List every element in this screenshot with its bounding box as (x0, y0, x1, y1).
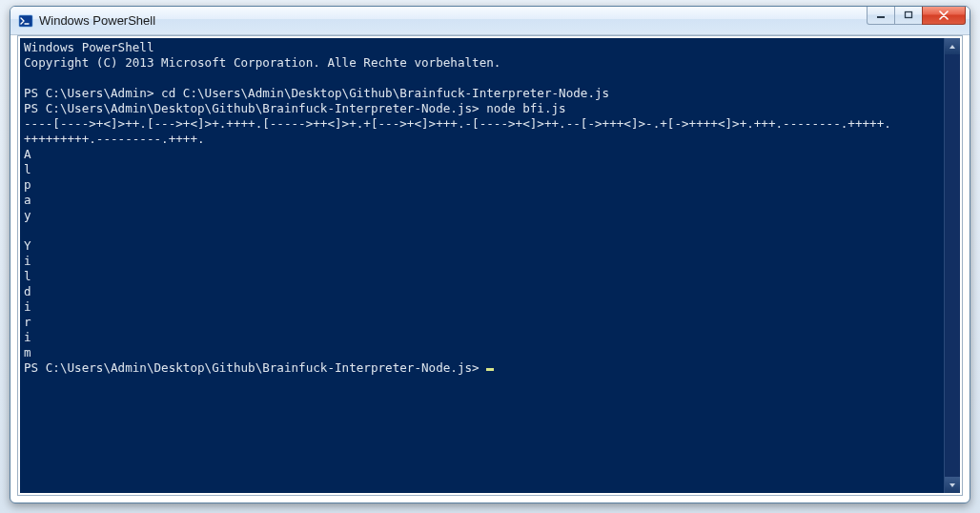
svg-rect-0 (19, 15, 32, 27)
console-line: Copyright (C) 2013 Microsoft Corporation… (24, 55, 500, 70)
minimize-button[interactable] (867, 6, 895, 25)
console-output-char: r (24, 315, 31, 329)
powershell-window: Windows PowerShell Windows PowerShell Co… (10, 6, 970, 503)
console-cursor (486, 368, 494, 371)
scroll-up-button[interactable] (945, 38, 960, 54)
console-output-char: p (24, 177, 31, 192)
console-prompt-line: PS C:\Users\Admin\Desktop\Github\Brainfu… (24, 101, 566, 115)
console-output-char: l (24, 269, 31, 283)
console-output-char: a (24, 193, 31, 207)
console-output-char: i (24, 299, 31, 314)
console-output-char: i (24, 330, 31, 344)
console-prompt-line: PS C:\Users\Admin> cd C:\Users\Admin\Des… (24, 86, 609, 100)
console-output-char: l (24, 162, 31, 176)
client-area: Windows PowerShell Copyright (C) 2013 Mi… (17, 35, 963, 496)
console-output-char: d (24, 284, 31, 298)
powershell-icon (18, 13, 33, 29)
console-code-line: +++++++++.---------.++++. (24, 132, 205, 146)
console-scrollbar[interactable] (944, 38, 960, 493)
svg-rect-3 (906, 11, 912, 17)
window-controls (868, 6, 966, 25)
console-output-char: i (24, 254, 31, 268)
console-output[interactable]: Windows PowerShell Copyright (C) 2013 Mi… (20, 38, 960, 493)
console-output-char: A (24, 147, 31, 161)
window-title: Windows PowerShell (39, 13, 155, 28)
console-output-char: y (24, 208, 31, 222)
console-output-char: Y (24, 238, 31, 253)
maximize-button[interactable] (894, 6, 923, 25)
close-button[interactable] (922, 6, 966, 25)
console-output-char: m (24, 345, 31, 359)
console-code-line: ----[---->+<]>++.[--->+<]>+.++++.[----->… (24, 116, 891, 131)
scroll-down-button[interactable] (945, 477, 960, 493)
console-prompt-line: PS C:\Users\Admin\Desktop\Github\Brainfu… (24, 360, 486, 375)
console-line: Windows PowerShell (24, 40, 153, 54)
titlebar[interactable]: Windows PowerShell (10, 7, 970, 35)
